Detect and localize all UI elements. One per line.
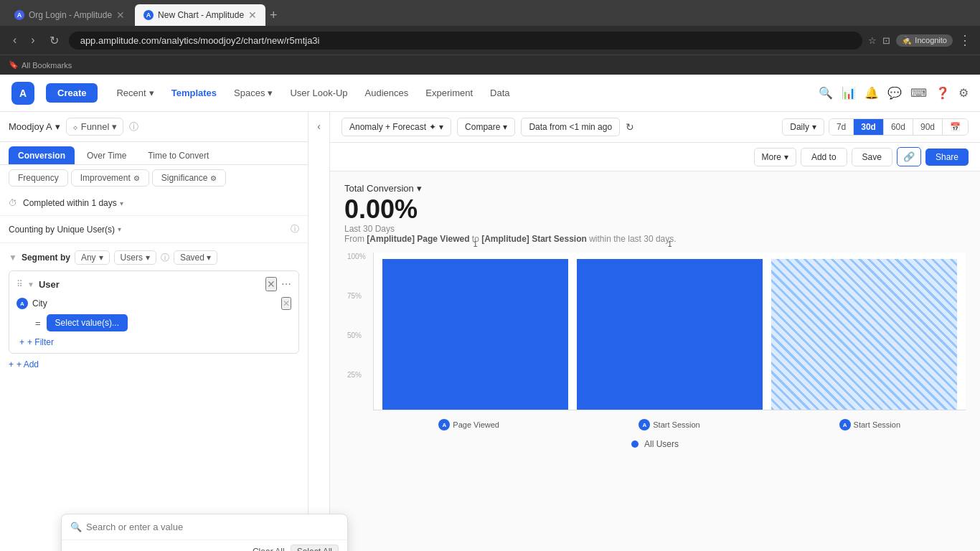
tab-time-to-convert[interactable]: Time to Convert (138, 146, 218, 164)
nav-data[interactable]: Data (483, 85, 517, 101)
counting-by-label: Counting by Unique User(s) (9, 225, 115, 235)
tab-2[interactable]: A New Chart - Amplitude ✕ (135, 4, 265, 26)
shortcut-icon[interactable]: ⌨ (910, 86, 927, 100)
segment-expand-icon[interactable]: ▼ (9, 253, 17, 263)
nav-experiment[interactable]: Experiment (418, 85, 480, 101)
star-icon[interactable]: ☆ (868, 35, 877, 46)
comment-icon[interactable]: 💬 (887, 86, 902, 100)
nav-experiment-label: Experiment (425, 88, 473, 98)
address-bar[interactable] (69, 32, 863, 50)
chart-info-icon[interactable]: ⓘ (129, 121, 138, 133)
time-custom-button[interactable]: 📅 (943, 119, 968, 135)
copy-link-button[interactable]: 🔗 (897, 147, 921, 166)
amplitude-city-icon: A (17, 298, 28, 309)
add-group-link[interactable]: + + Add (9, 359, 299, 369)
daily-label: Daily (790, 122, 809, 132)
menu-icon[interactable]: ⋮ (958, 32, 971, 48)
bar-column-page-viewed[interactable]: 1 (382, 253, 568, 410)
workspace-arrow: ▾ (55, 121, 60, 132)
bar-column-start-session-1[interactable]: 1 (577, 253, 763, 410)
users-dropdown[interactable]: Users ▾ (114, 250, 156, 265)
time-90d-button[interactable]: 90d (913, 119, 943, 135)
nav-spaces[interactable]: Spaces ▾ (227, 85, 280, 101)
search-icon[interactable]: 🔍 (819, 86, 833, 100)
tab-improvement[interactable]: Improvement ⚙ (71, 169, 149, 187)
tab-significance[interactable]: Significance ⚙ (152, 169, 227, 187)
daily-button[interactable]: Daily ▾ (782, 118, 824, 136)
left-panel: Moodjoy A ▾ ⬦ Funnel ▾ ⓘ Conversion (0, 112, 308, 551)
app-container: A Create Recent ▾ Templates Spaces ▾ Use… (0, 75, 980, 551)
time-7d-button[interactable]: 7d (829, 119, 854, 135)
drag-handle[interactable]: ⠿ (17, 279, 23, 289)
browser-window: A Org Login - Amplitude ✕ A New Chart - … (0, 0, 980, 551)
reload-button[interactable]: ↻ (45, 31, 63, 50)
new-tab-button[interactable]: + (267, 8, 281, 23)
saved-dropdown[interactable]: Saved ▾ (174, 250, 217, 265)
tab-close-2[interactable]: ✕ (248, 9, 257, 21)
share-button[interactable]: Share (925, 149, 969, 166)
help-icon[interactable]: ❓ (936, 86, 950, 100)
add-filter-link[interactable]: + + Filter (19, 337, 291, 347)
tab-frequency[interactable]: Frequency (9, 169, 68, 187)
tab-conversion[interactable]: Conversion (9, 146, 75, 164)
users-label: Users (121, 253, 143, 263)
bottom-legend: All Users (344, 439, 966, 449)
data-time-button[interactable]: Data from <1 min ago (521, 118, 620, 136)
panel-collapse-toggle[interactable]: ‹ (308, 112, 330, 551)
back-button[interactable]: ‹ (9, 31, 21, 50)
start-session-label-1: Start Session (653, 420, 699, 429)
funnel-selector[interactable]: ⬦ Funnel ▾ (66, 118, 124, 136)
select-values-button[interactable]: Select value(s)... (47, 314, 128, 331)
remove-city-filter-button[interactable]: ✕ (281, 297, 291, 310)
time-30d-button[interactable]: 30d (854, 119, 884, 135)
app-logo: A (11, 82, 34, 105)
expand-segment-arrow[interactable]: ▼ (27, 281, 34, 288)
counting-info-icon[interactable]: ⓘ (291, 223, 299, 235)
tab-close-1[interactable]: ✕ (116, 9, 125, 21)
cast-icon[interactable]: ⊡ (882, 35, 890, 46)
save-button[interactable]: Save (852, 148, 892, 166)
total-conversion-dropdown[interactable]: Total Conversion ▾ (344, 183, 422, 194)
select-all-button[interactable]: Select All (291, 545, 339, 551)
settings-icon[interactable]: ⚙ (958, 86, 969, 100)
conversion-to: [Amplitude] Start Session (481, 234, 587, 244)
add-to-button[interactable]: Add to (801, 148, 847, 166)
remove-user-segment-button[interactable]: ✕ (265, 277, 277, 291)
bell-icon[interactable]: 🔔 (864, 86, 879, 100)
amp-icon-page-viewed: A (438, 419, 450, 430)
counting-by-dropdown[interactable]: Counting by Unique User(s) ▾ (9, 225, 121, 235)
tab-1[interactable]: A Org Login - Amplitude ✕ (6, 4, 133, 26)
user-segment-more-button[interactable]: ⋯ (281, 278, 291, 290)
more-button[interactable]: More ▾ (754, 148, 796, 166)
nav-templates-label: Templates (171, 88, 217, 98)
incognito-label: Incognito (915, 36, 947, 44)
plus-add-icon: + (9, 359, 14, 369)
nav-audiences[interactable]: Audiences (358, 85, 416, 101)
completed-within-dropdown[interactable]: Completed within 1 days ▾ (23, 198, 123, 208)
tab-title-2: New Chart - Amplitude (158, 10, 244, 20)
anomaly-forecast-button[interactable]: Anomaly + Forecast ✦ ▾ (341, 118, 451, 136)
segment-info-icon[interactable]: ⓘ (161, 252, 169, 264)
nav-templates[interactable]: Templates (164, 85, 224, 101)
tab-over-time[interactable]: Over Time (77, 146, 136, 164)
clear-all-button[interactable]: Clear All (253, 547, 285, 551)
analysis-tabs-row1: Conversion Over Time Time to Convert (0, 142, 308, 165)
compare-button[interactable]: Compare ▾ (457, 118, 515, 136)
segment-label: Segment by (22, 253, 70, 263)
any-dropdown[interactable]: Any ▾ (75, 250, 110, 265)
bar-column-start-session-forecast[interactable] (771, 253, 957, 410)
counting-by-row: Counting by Unique User(s) ▾ ⓘ (9, 223, 299, 235)
chart-icon[interactable]: 📊 (842, 86, 856, 100)
forward-button[interactable]: › (27, 31, 39, 50)
workspace-selector[interactable]: Moodjoy A ▾ (9, 121, 60, 132)
nav-recent[interactable]: Recent ▾ (109, 85, 161, 101)
bars-area: 1 1 (373, 253, 966, 410)
chart-outer: 100% 75% 50% 25% 1 (344, 253, 966, 430)
nav-user-lookup[interactable]: User Look-Up (283, 85, 354, 101)
anomaly-label: Anomaly + Forecast (349, 122, 426, 132)
refresh-icon[interactable]: ↻ (626, 121, 634, 133)
create-button[interactable]: Create (46, 83, 98, 103)
total-conversion-label-text: Total Conversion (344, 183, 414, 194)
dropdown-search-input[interactable] (86, 522, 339, 532)
time-60d-button[interactable]: 60d (884, 119, 913, 135)
